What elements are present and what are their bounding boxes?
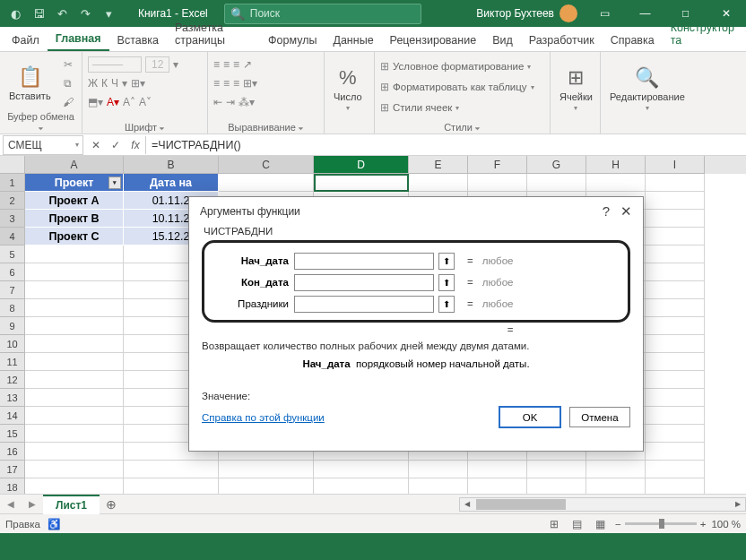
undo-icon[interactable]: ↶ xyxy=(50,2,74,25)
cell[interactable] xyxy=(409,478,468,494)
number-format-button[interactable]: % Число ▾ xyxy=(330,56,366,122)
row-header[interactable]: 2 xyxy=(0,192,25,210)
cell[interactable] xyxy=(646,281,705,299)
cancel-formula-icon[interactable]: ✕ xyxy=(86,136,106,154)
cell[interactable] xyxy=(25,353,124,371)
tab-home[interactable]: Главная xyxy=(48,28,109,51)
cell[interactable] xyxy=(124,461,219,478)
cell[interactable] xyxy=(646,425,705,443)
tab-insert[interactable]: Вставка xyxy=(109,30,167,51)
cell[interactable] xyxy=(25,335,124,353)
user-account[interactable]: Виктор Бухтеев xyxy=(476,4,577,22)
save-icon[interactable]: 🖫 xyxy=(27,2,50,25)
cut-icon[interactable]: ✂ xyxy=(58,56,78,73)
cell[interactable] xyxy=(25,389,124,407)
zoom-out-icon[interactable]: − xyxy=(615,519,621,530)
cell[interactable] xyxy=(468,478,527,494)
cell[interactable] xyxy=(586,478,646,494)
horizontal-scrollbar[interactable]: ◀ ▶ xyxy=(459,497,746,512)
ok-button[interactable]: OK xyxy=(499,407,560,427)
cell[interactable] xyxy=(25,478,124,494)
cell[interactable] xyxy=(219,174,314,192)
cell[interactable] xyxy=(646,174,705,192)
tab-table-design[interactable]: Конструктор та xyxy=(663,17,742,51)
cell-styles-button[interactable]: ⊞Стили ячеек▾ xyxy=(380,99,544,116)
cell[interactable] xyxy=(646,210,705,228)
cell[interactable] xyxy=(25,299,124,317)
sheet-nav-prev[interactable]: ◀ xyxy=(0,499,22,509)
row-header[interactable]: 15 xyxy=(0,425,25,443)
cell[interactable]: Проект▾ xyxy=(25,174,124,192)
cell[interactable]: Проект B xyxy=(25,210,124,228)
sheet-nav-next[interactable]: ▶ xyxy=(22,499,43,509)
arg-input-0[interactable] xyxy=(294,253,434,270)
editing-button[interactable]: 🔍 Редактирование ▾ xyxy=(606,56,689,122)
tab-data[interactable]: Данные xyxy=(325,30,381,51)
cells-button[interactable]: ⊞ Ячейки ▾ xyxy=(556,56,596,122)
cell[interactable] xyxy=(314,478,409,494)
cell[interactable] xyxy=(468,461,527,478)
row-header[interactable]: 11 xyxy=(0,353,25,371)
zoom-in-icon[interactable]: + xyxy=(700,519,707,530)
row-header[interactable]: 16 xyxy=(0,443,25,461)
cell[interactable] xyxy=(219,478,314,494)
row-header[interactable]: 17 xyxy=(0,461,25,478)
cell[interactable] xyxy=(25,407,124,425)
zoom-level[interactable]: 100 % xyxy=(711,519,741,530)
redo-icon[interactable]: ↷ xyxy=(74,2,97,25)
zoom-slider[interactable]: − + xyxy=(615,519,706,530)
cell[interactable] xyxy=(468,174,527,192)
cell[interactable] xyxy=(25,263,124,281)
minimize-button[interactable]: — xyxy=(625,0,665,27)
cell[interactable] xyxy=(646,192,705,210)
sheet-tab-active[interactable]: Лист1 xyxy=(43,495,100,514)
scrollbar-thumb[interactable] xyxy=(476,499,566,510)
cell[interactable] xyxy=(646,228,705,246)
cell[interactable] xyxy=(25,246,124,263)
cell[interactable] xyxy=(219,461,314,478)
cell[interactable] xyxy=(646,443,705,461)
col-header-i[interactable]: I xyxy=(646,156,705,174)
range-picker-icon-2[interactable]: ⬆ xyxy=(438,296,455,313)
row-header[interactable]: 6 xyxy=(0,263,25,281)
select-all-corner[interactable] xyxy=(0,156,25,174)
row-header[interactable]: 10 xyxy=(0,335,25,353)
cell[interactable] xyxy=(25,371,124,389)
cell[interactable] xyxy=(646,246,705,263)
col-header-f[interactable]: F xyxy=(468,156,527,174)
col-header-g[interactable]: G xyxy=(527,156,586,174)
cell[interactable] xyxy=(409,461,468,478)
col-header-e[interactable]: E xyxy=(409,156,468,174)
cancel-button[interactable]: Отмена xyxy=(569,407,630,427)
cell[interactable]: Дата на xyxy=(124,174,219,192)
row-header[interactable]: 5 xyxy=(0,246,25,263)
name-box[interactable]: СМЕЩ xyxy=(3,135,83,155)
cell[interactable] xyxy=(409,174,468,192)
cell[interactable]: Проект C xyxy=(25,228,124,246)
cell[interactable] xyxy=(25,281,124,299)
dialog-close-icon[interactable]: ✕ xyxy=(620,203,632,220)
row-header[interactable]: 7 xyxy=(0,281,25,299)
qat-dropdown[interactable]: ▾ xyxy=(97,2,120,25)
cell[interactable] xyxy=(646,353,705,371)
col-header-a[interactable]: A xyxy=(25,156,124,174)
cell[interactable] xyxy=(646,317,705,335)
cell[interactable] xyxy=(25,317,124,335)
row-header[interactable]: 12 xyxy=(0,371,25,389)
cell[interactable] xyxy=(527,478,586,494)
cell[interactable] xyxy=(646,389,705,407)
tab-formulas[interactable]: Формулы xyxy=(260,30,325,51)
cell[interactable] xyxy=(646,478,705,494)
dialog-help-link[interactable]: Справка по этой функции xyxy=(202,412,325,423)
view-normal-icon[interactable]: ⊞ xyxy=(545,516,563,532)
tab-review[interactable]: Рецензирование xyxy=(382,30,485,51)
cell[interactable] xyxy=(646,461,705,478)
dialog-titlebar[interactable]: Аргументы функции ? ✕ xyxy=(189,197,643,226)
tab-view[interactable]: Вид xyxy=(484,30,521,51)
insert-function-icon[interactable]: fx xyxy=(126,136,145,154)
tab-developer[interactable]: Разработчик xyxy=(521,30,603,51)
enter-formula-icon[interactable]: ✓ xyxy=(106,136,126,154)
row-header[interactable]: 8 xyxy=(0,299,25,317)
paste-button[interactable]: 📋 Вставить xyxy=(5,56,55,111)
col-header-b[interactable]: B xyxy=(124,156,219,174)
